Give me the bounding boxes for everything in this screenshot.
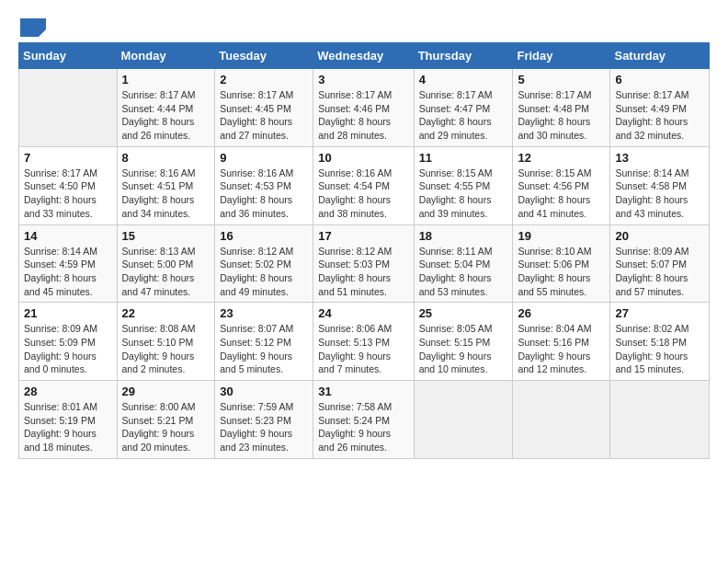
calendar-cell: 10Sunrise: 8:16 AMSunset: 4:54 PMDayligh… xyxy=(313,146,414,224)
day-info: Sunrise: 8:10 AMSunset: 5:06 PMDaylight:… xyxy=(518,245,605,299)
logo xyxy=(18,18,46,33)
calendar-cell: 26Sunrise: 8:04 AMSunset: 5:16 PMDayligh… xyxy=(513,303,610,381)
day-info: Sunrise: 8:17 AMSunset: 4:49 PMDaylight:… xyxy=(615,88,704,143)
day-number: 22 xyxy=(122,306,210,320)
day-info: Sunrise: 8:14 AMSunset: 4:59 PMDaylight:… xyxy=(24,245,112,299)
column-header-thursday: Thursday xyxy=(414,43,513,69)
day-info: Sunrise: 8:17 AMSunset: 4:44 PMDaylight:… xyxy=(122,88,210,143)
calendar-cell xyxy=(610,381,710,459)
column-header-sunday: Sunday xyxy=(19,43,118,69)
calendar-cell: 29Sunrise: 8:00 AMSunset: 5:21 PMDayligh… xyxy=(117,381,215,459)
day-number: 17 xyxy=(318,229,408,243)
day-info: Sunrise: 8:17 AMSunset: 4:48 PMDaylight:… xyxy=(518,88,605,143)
calendar-cell: 31Sunrise: 7:58 AMSunset: 5:24 PMDayligh… xyxy=(313,381,414,459)
day-number: 18 xyxy=(419,229,508,243)
day-number: 6 xyxy=(615,73,704,86)
day-info: Sunrise: 8:11 AMSunset: 5:04 PMDaylight:… xyxy=(419,245,508,299)
column-header-wednesday: Wednesday xyxy=(313,43,414,69)
day-number: 14 xyxy=(24,229,112,243)
calendar-week-3: 14Sunrise: 8:14 AMSunset: 4:59 PMDayligh… xyxy=(19,224,710,303)
day-info: Sunrise: 8:04 AMSunset: 5:16 PMDaylight:… xyxy=(518,322,605,376)
day-info: Sunrise: 8:00 AMSunset: 5:21 PMDaylight:… xyxy=(122,400,210,454)
day-info: Sunrise: 8:16 AMSunset: 4:53 PMDaylight:… xyxy=(220,167,308,221)
day-number: 30 xyxy=(220,385,308,398)
day-info: Sunrise: 8:08 AMSunset: 5:10 PMDaylight:… xyxy=(122,322,210,376)
column-header-saturday: Saturday xyxy=(610,43,710,69)
calendar-cell: 6Sunrise: 8:17 AMSunset: 4:49 PMDaylight… xyxy=(610,69,710,147)
column-header-friday: Friday xyxy=(513,43,610,69)
day-info: Sunrise: 8:05 AMSunset: 5:15 PMDaylight:… xyxy=(419,322,508,376)
calendar-cell: 24Sunrise: 8:06 AMSunset: 5:13 PMDayligh… xyxy=(313,303,414,381)
day-number: 13 xyxy=(615,151,704,165)
day-number: 16 xyxy=(220,229,308,243)
day-number: 7 xyxy=(24,151,112,165)
day-info: Sunrise: 8:12 AMSunset: 5:03 PMDaylight:… xyxy=(318,245,408,299)
calendar-cell: 2Sunrise: 8:17 AMSunset: 4:45 PMDaylight… xyxy=(215,69,313,147)
calendar-cell: 25Sunrise: 8:05 AMSunset: 5:15 PMDayligh… xyxy=(414,303,513,381)
calendar-cell: 4Sunrise: 8:17 AMSunset: 4:47 PMDaylight… xyxy=(414,69,513,147)
day-number: 4 xyxy=(419,73,508,86)
day-number: 12 xyxy=(518,151,605,165)
day-number: 26 xyxy=(518,306,605,320)
day-number: 25 xyxy=(419,306,508,320)
calendar-cell: 5Sunrise: 8:17 AMSunset: 4:48 PMDaylight… xyxy=(513,69,610,147)
calendar-cell xyxy=(513,381,610,459)
calendar-cell: 1Sunrise: 8:17 AMSunset: 4:44 PMDaylight… xyxy=(117,69,215,147)
day-number: 21 xyxy=(24,306,112,320)
day-info: Sunrise: 7:58 AMSunset: 5:24 PMDaylight:… xyxy=(318,400,408,454)
day-number: 5 xyxy=(518,73,605,86)
calendar-week-4: 21Sunrise: 8:09 AMSunset: 5:09 PMDayligh… xyxy=(19,303,710,381)
calendar-cell: 23Sunrise: 8:07 AMSunset: 5:12 PMDayligh… xyxy=(215,303,313,381)
svg-marker-0 xyxy=(20,18,46,37)
column-header-monday: Monday xyxy=(117,43,215,69)
day-number: 23 xyxy=(220,306,308,320)
day-info: Sunrise: 8:09 AMSunset: 5:09 PMDaylight:… xyxy=(24,322,112,376)
day-number: 27 xyxy=(615,306,704,320)
day-number: 8 xyxy=(122,151,210,165)
calendar-cell: 19Sunrise: 8:10 AMSunset: 5:06 PMDayligh… xyxy=(513,224,610,303)
calendar-cell: 27Sunrise: 8:02 AMSunset: 5:18 PMDayligh… xyxy=(610,303,710,381)
day-number: 2 xyxy=(220,73,308,86)
calendar-week-5: 28Sunrise: 8:01 AMSunset: 5:19 PMDayligh… xyxy=(19,381,710,459)
day-info: Sunrise: 8:15 AMSunset: 4:55 PMDaylight:… xyxy=(419,167,508,221)
calendar-cell: 3Sunrise: 8:17 AMSunset: 4:46 PMDaylight… xyxy=(313,69,414,147)
day-info: Sunrise: 8:17 AMSunset: 4:50 PMDaylight:… xyxy=(24,167,112,221)
day-info: Sunrise: 8:15 AMSunset: 4:56 PMDaylight:… xyxy=(518,167,605,221)
calendar-cell: 16Sunrise: 8:12 AMSunset: 5:02 PMDayligh… xyxy=(215,224,313,303)
day-number: 20 xyxy=(615,229,704,243)
day-number: 24 xyxy=(318,306,408,320)
calendar-cell: 11Sunrise: 8:15 AMSunset: 4:55 PMDayligh… xyxy=(414,146,513,224)
day-info: Sunrise: 8:02 AMSunset: 5:18 PMDaylight:… xyxy=(615,322,704,376)
calendar-table: SundayMondayTuesdayWednesdayThursdayFrid… xyxy=(18,42,710,459)
day-number: 29 xyxy=(122,385,210,398)
calendar-cell: 13Sunrise: 8:14 AMSunset: 4:58 PMDayligh… xyxy=(610,146,710,224)
day-number: 1 xyxy=(122,73,210,86)
calendar-cell: 20Sunrise: 8:09 AMSunset: 5:07 PMDayligh… xyxy=(610,224,710,303)
day-number: 9 xyxy=(220,151,308,165)
calendar-cell: 12Sunrise: 8:15 AMSunset: 4:56 PMDayligh… xyxy=(513,146,610,224)
day-info: Sunrise: 8:17 AMSunset: 4:46 PMDaylight:… xyxy=(318,88,408,143)
calendar-cell: 8Sunrise: 8:16 AMSunset: 4:51 PMDaylight… xyxy=(117,146,215,224)
calendar-cell: 21Sunrise: 8:09 AMSunset: 5:09 PMDayligh… xyxy=(19,303,118,381)
calendar-cell: 30Sunrise: 7:59 AMSunset: 5:23 PMDayligh… xyxy=(215,381,313,459)
day-info: Sunrise: 8:14 AMSunset: 4:58 PMDaylight:… xyxy=(615,167,704,221)
day-info: Sunrise: 8:12 AMSunset: 5:02 PMDaylight:… xyxy=(220,245,308,299)
calendar-cell xyxy=(414,381,513,459)
day-number: 15 xyxy=(122,229,210,243)
calendar-cell: 9Sunrise: 8:16 AMSunset: 4:53 PMDaylight… xyxy=(215,146,313,224)
day-info: Sunrise: 8:06 AMSunset: 5:13 PMDaylight:… xyxy=(318,322,408,376)
day-number: 19 xyxy=(518,229,605,243)
calendar-week-2: 7Sunrise: 8:17 AMSunset: 4:50 PMDaylight… xyxy=(19,146,710,224)
day-info: Sunrise: 8:17 AMSunset: 4:47 PMDaylight:… xyxy=(419,88,508,143)
day-number: 28 xyxy=(24,385,112,398)
page-header xyxy=(18,18,710,33)
day-number: 10 xyxy=(318,151,408,165)
calendar-cell: 22Sunrise: 8:08 AMSunset: 5:10 PMDayligh… xyxy=(117,303,215,381)
day-number: 11 xyxy=(419,151,508,165)
calendar-cell: 15Sunrise: 8:13 AMSunset: 5:00 PMDayligh… xyxy=(117,224,215,303)
calendar-week-1: 1Sunrise: 8:17 AMSunset: 4:44 PMDaylight… xyxy=(19,69,710,147)
day-info: Sunrise: 8:17 AMSunset: 4:45 PMDaylight:… xyxy=(220,88,308,143)
calendar-cell: 7Sunrise: 8:17 AMSunset: 4:50 PMDaylight… xyxy=(19,146,118,224)
day-info: Sunrise: 8:09 AMSunset: 5:07 PMDaylight:… xyxy=(615,245,704,299)
logo-icon xyxy=(20,18,46,37)
